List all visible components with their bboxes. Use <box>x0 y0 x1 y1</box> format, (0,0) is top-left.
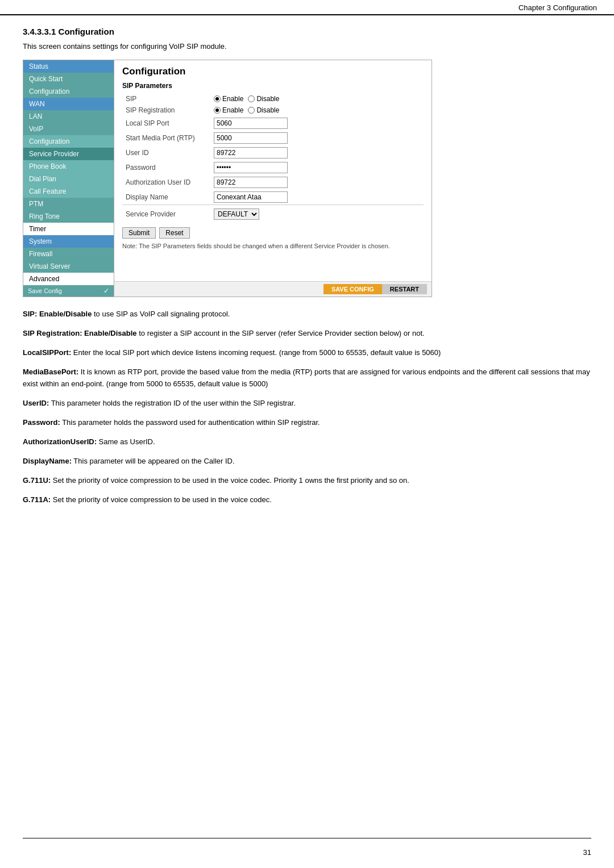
desc-g711a: G.711A: Set the priority of voice compre… <box>23 494 591 506</box>
submit-button[interactable]: Submit <box>122 227 156 239</box>
desc-media-base-port: MediaBasePort: It is known as RTP port, … <box>23 366 591 389</box>
start-media-port-row: Start Media Port (RTP) <box>122 131 424 145</box>
desc-uid-bold: UserID: <box>23 399 49 407</box>
sidebar-item-configuration[interactable]: Configuration <box>23 85 114 98</box>
local-sip-port-row: Local SIP Port <box>122 116 424 131</box>
sip-row: SIP Enable Disable <box>122 93 424 105</box>
sidebar: Status Quick Start Configuration WAN LAN… <box>23 60 114 297</box>
sip-radio-group: Enable Disable <box>210 93 424 105</box>
ui-screenshot-box: Status Quick Start Configuration WAN LAN… <box>23 60 432 297</box>
sip-reg-disable-dot <box>248 107 255 114</box>
user-id-label: User ID <box>122 145 210 160</box>
note-text: Note: The SIP Parameters fields should b… <box>122 242 424 251</box>
display-name-label: Display Name <box>122 190 210 205</box>
sidebar-item-system[interactable]: System <box>23 235 114 248</box>
reset-button[interactable]: Reset <box>159 227 189 239</box>
sidebar-item-virtual-server[interactable]: Virtual Server <box>23 260 114 273</box>
local-sip-port-label: Local SIP Port <box>122 116 210 131</box>
password-label: Password <box>122 160 210 175</box>
sidebar-item-status[interactable]: Status <box>23 60 114 73</box>
sip-enable-radio-dot <box>214 95 221 102</box>
desc-lsp-bold: LocalSIPPort: <box>23 348 71 357</box>
display-name-row: Display Name <box>122 190 424 205</box>
sip-disable-radio-dot <box>248 95 255 102</box>
sidebar-item-firewall[interactable]: Firewall <box>23 248 114 260</box>
desc-display-name: DisplayName: This parameter will be appe… <box>23 456 591 467</box>
desc-sip-reg-bold: SIP Registration: Enable/Disable <box>23 329 137 337</box>
password-input[interactable] <box>214 162 288 173</box>
sidebar-item-advanced[interactable]: Advanced <box>23 273 114 285</box>
desc-g711u-text: Set the priority of voice compression to… <box>51 476 409 485</box>
desc-pwd-text: This parameter holds the password used f… <box>60 418 320 427</box>
desc-dn-text: This parameter will be appeared on the C… <box>72 457 235 465</box>
desc-mbp-text: It is known as RTP port, provide the bas… <box>23 368 590 387</box>
sip-enable-radio[interactable]: Enable <box>214 95 243 103</box>
local-sip-port-input[interactable] <box>214 118 288 129</box>
desc-lsp-text: Enter the local SIP port which device li… <box>71 348 441 357</box>
section-heading: 3.4.3.3.1 Configuration <box>23 27 591 36</box>
sidebar-chevron-icon: ✓ <box>103 287 109 295</box>
config-panel-title: Configuration <box>122 66 424 77</box>
user-id-row: User ID <box>122 145 424 160</box>
desc-g711a-bold: G.711A: <box>23 495 51 504</box>
sip-reg-disable-radio[interactable]: Disable <box>248 106 279 114</box>
user-id-input[interactable] <box>214 147 288 158</box>
save-config-button[interactable]: SAVE CONFIG <box>323 284 382 294</box>
sidebar-item-dial-plan[interactable]: Dial Plan <box>23 173 114 185</box>
sip-registration-radio-group: Enable Disable <box>210 105 424 116</box>
sidebar-item-phone-book[interactable]: Phone Book <box>23 160 114 173</box>
page-bottom-border <box>23 838 591 838</box>
service-provider-label: Service Provider <box>122 205 210 222</box>
service-provider-row: Service Provider DEFAULT <box>122 205 424 222</box>
desc-g711a-text: Set the priority of voice compression to… <box>51 495 272 504</box>
auth-user-id-input[interactable] <box>214 177 288 188</box>
desc-g711u: G.711U: Set the priority of voice compre… <box>23 475 591 486</box>
desc-uid-text: This parameter holds the registration ID… <box>49 399 296 407</box>
sip-reg-enable-radio[interactable]: Enable <box>214 106 243 114</box>
sip-reg-enable-dot <box>214 107 221 114</box>
sidebar-item-lan[interactable]: LAN <box>23 110 114 123</box>
sip-registration-label: SIP Registration <box>122 105 210 116</box>
sidebar-item-voip[interactable]: VoIP <box>23 123 114 135</box>
desc-password: Password: This parameter holds the passw… <box>23 417 591 428</box>
sidebar-item-call-feature[interactable]: Call Feature <box>23 185 114 198</box>
desc-g711u-bold: G.711U: <box>23 476 51 485</box>
start-media-port-input[interactable] <box>214 132 288 144</box>
desc-user-id: UserID: This parameter holds the registr… <box>23 398 591 409</box>
service-provider-select[interactable]: DEFAULT <box>214 208 259 220</box>
sidebar-item-wan[interactable]: WAN <box>23 98 114 110</box>
password-row: Password <box>122 160 424 175</box>
desc-sip-bold: SIP: Enable/Disable <box>23 310 92 318</box>
desc-sip: SIP: Enable/Disable to use SIP as VoIP c… <box>23 308 591 320</box>
sip-params-label: SIP Parameters <box>122 82 424 90</box>
desc-auid-text: Same as UserID. <box>97 437 155 446</box>
start-media-port-label: Start Media Port (RTP) <box>122 131 210 145</box>
auth-user-id-row: Authorization User ID <box>122 175 424 190</box>
sidebar-item-timer[interactable]: Timer <box>23 223 114 235</box>
chapter-title: Chapter 3 Configuration <box>518 3 597 12</box>
sidebar-item-service-provider[interactable]: Service Provider <box>23 148 114 160</box>
page-number: 31 <box>583 848 591 857</box>
sidebar-item-voip-configuration[interactable]: Configuration <box>23 135 114 148</box>
display-name-input[interactable] <box>214 191 288 203</box>
restart-button[interactable]: RESTART <box>382 284 427 294</box>
intro-text: This screen contains settings for config… <box>23 42 591 51</box>
sidebar-item-ptm[interactable]: PTM <box>23 198 114 210</box>
sip-label: SIP <box>122 93 210 105</box>
sip-form-table: SIP Enable Disable <box>122 93 424 222</box>
desc-dn-bold: DisplayName: <box>23 457 72 465</box>
sidebar-save-label: Save Config <box>28 287 62 294</box>
sip-disable-radio[interactable]: Disable <box>248 95 279 103</box>
desc-local-sip-port: LocalSIPPort: Enter the local SIP port w… <box>23 347 591 358</box>
form-buttons: Submit Reset <box>122 227 424 239</box>
sidebar-item-quickstart[interactable]: Quick Start <box>23 73 114 85</box>
sidebar-item-ring-tone[interactable]: Ring Tone <box>23 210 114 223</box>
config-main-panel: Configuration SIP Parameters SIP Enable <box>114 60 432 281</box>
desc-sip-reg-text: to register a SIP account in the SIP ser… <box>137 329 425 337</box>
chapter-header: Chapter 3 Configuration <box>0 0 614 15</box>
desc-auth-user-id: AuthorizationUserID: Same as UserID. <box>23 436 591 448</box>
sidebar-item-save-config[interactable]: Save Config ✓ <box>23 285 114 297</box>
sip-registration-row: SIP Registration Enable Disab <box>122 105 424 116</box>
desc-sip-text: to use SIP as VoIP call signaling protoc… <box>92 310 230 318</box>
auth-user-id-label: Authorization User ID <box>122 175 210 190</box>
